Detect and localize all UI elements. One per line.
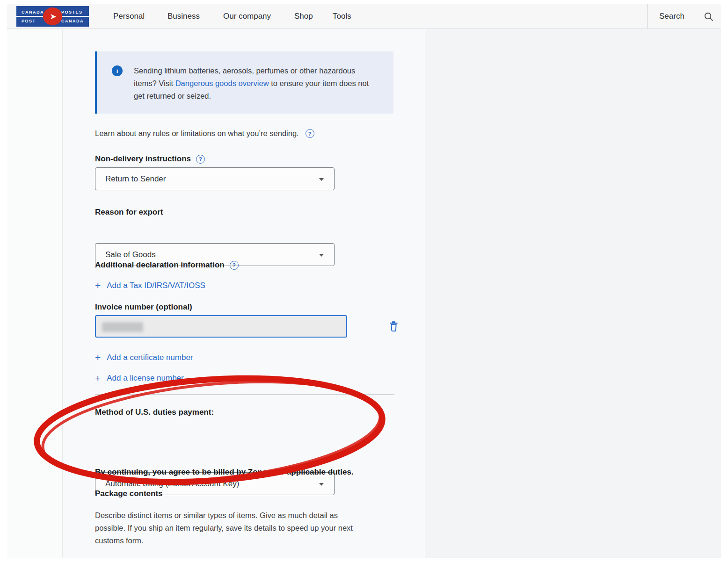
add-certificate-link[interactable]: + Add a certificate number: [95, 353, 193, 362]
trash-icon: [388, 320, 399, 332]
plus-icon: +: [95, 373, 101, 383]
invoice-number-label: Invoice number (optional): [95, 303, 192, 312]
chevron-down-icon: [319, 178, 324, 181]
add-tax-id-link[interactable]: + Add a Tax ID/IRS/VAT/IOSS: [95, 281, 205, 290]
non-delivery-label: Non-delivery instructions ?: [95, 154, 205, 164]
nav-divider: [647, 4, 648, 29]
package-contents-heading: Package contents: [95, 489, 163, 498]
billing-agreement-note: By continuing, you agree to be billed by…: [95, 468, 399, 477]
nav-item-business[interactable]: Business: [167, 4, 200, 29]
plus-icon: +: [95, 353, 101, 362]
nav-item-shop[interactable]: Shop: [294, 4, 313, 29]
rules-limitations-line: Learn about any rules or limitations on …: [95, 129, 314, 138]
dangerous-goods-link[interactable]: Dangerous goods overview: [175, 79, 269, 87]
nav-item-our-company[interactable]: Our company: [223, 4, 271, 29]
logo-text: CANADA: [22, 10, 44, 14]
plus-icon: +: [95, 281, 101, 290]
logo-text: CANADA: [61, 19, 84, 23]
nav-item-tools[interactable]: Tools: [333, 4, 351, 29]
search-icon[interactable]: [703, 4, 714, 29]
package-contents-description: Describe distinct items or similar types…: [95, 509, 366, 547]
page: CANADA POST POSTES CANADA ➤ Personal Bus…: [0, 0, 728, 562]
additional-declaration-label: Additional declaration information ?: [95, 260, 239, 270]
logo-text: POST: [22, 19, 36, 23]
top-nav: CANADA POST POSTES CANADA ➤ Personal Bus…: [7, 4, 721, 29]
invoice-number-row: [95, 315, 413, 339]
chevron-down-icon: [319, 483, 324, 486]
info-icon: i: [112, 65, 123, 76]
chevron-down-icon: [319, 254, 324, 257]
browser-viewport: CANADA POST POSTES CANADA ➤ Personal Bus…: [7, 4, 721, 558]
logo-text: POSTES: [61, 10, 83, 14]
additional-declaration-help-icon[interactable]: ?: [230, 261, 239, 270]
nav-item-personal[interactable]: Personal: [113, 4, 145, 29]
redacted-invoice-value: [102, 322, 143, 332]
search-button[interactable]: Search: [659, 4, 684, 29]
reason-export-label: Reason for export: [95, 208, 163, 217]
non-delivery-select[interactable]: Return to Sender: [95, 167, 335, 190]
hazardous-items-info-banner: i Sending lithium batteries, aerosols, p…: [95, 51, 393, 114]
non-delivery-help-icon[interactable]: ?: [196, 155, 205, 164]
banner-text: Sending lithium batteries, aerosols, per…: [134, 65, 375, 102]
customs-form-card: i Sending lithium batteries, aerosols, p…: [62, 29, 425, 558]
delete-invoice-button[interactable]: [387, 320, 400, 333]
left-gutter: [7, 29, 62, 558]
add-license-link[interactable]: + Add a license number: [95, 373, 184, 383]
rules-help-icon[interactable]: ?: [306, 129, 314, 138]
canada-post-wing-icon: ➤: [43, 7, 62, 25]
section-divider: [95, 394, 394, 395]
canada-post-logo[interactable]: CANADA POST POSTES CANADA ➤: [16, 6, 89, 27]
invoice-number-input[interactable]: [95, 315, 347, 338]
duties-payment-label: Method of U.S. duties payment:: [95, 408, 214, 417]
